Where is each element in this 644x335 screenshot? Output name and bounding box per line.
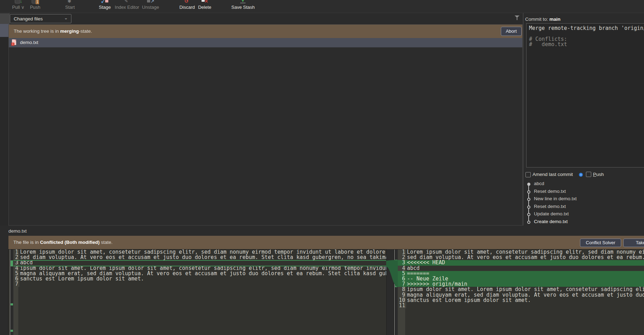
commit-subject: Create demo.txt: [534, 219, 568, 224]
branch-name: main: [549, 17, 561, 22]
commit-subject: New line in demo.txt: [534, 196, 577, 201]
line-text: magna aliquyam erat, sed diam voluptua. …: [406, 292, 644, 298]
line-text: Lorem ipsum dolor sit amet, consetetur s…: [19, 249, 385, 255]
diff-line: 5=======: [398, 271, 644, 276]
diff-line: 7>>>>>>> origin/main: [398, 282, 644, 287]
changed-files-dropdown[interactable]: Changed files ⌄: [10, 14, 71, 23]
push-checkbox[interactable]: [586, 172, 591, 177]
line-number: 3: [13, 260, 19, 265]
diff-line: 7: [13, 282, 386, 287]
push-icon: 1: [31, 0, 39, 4]
toolbar-item-label: Push: [30, 5, 40, 10]
abort-button[interactable]: Abort: [501, 27, 522, 36]
diff-line: 8ipsum dolor sit amet. Lorem ipsum dolor…: [398, 287, 644, 292]
line-number: 2: [13, 255, 19, 260]
commit-graph-node-icon: [527, 213, 530, 216]
toolbar-item-label: Start: [65, 5, 75, 10]
diff-line: 4abcd: [398, 266, 644, 271]
line-text: sed diam voluptua. At vero eos et accusa…: [19, 255, 386, 260]
commit-message-line: Merge remote-tracking branch 'origin/m: [529, 26, 644, 31]
line-number: 10: [398, 298, 406, 303]
commit-message-editor[interactable]: Merge remote-tracking branch 'origin/m #…: [526, 23, 644, 168]
diff-pane-head[interactable]: 1Lorem ipsum dolor sit amet, consetetur …: [394, 249, 644, 335]
line-number: 2: [398, 255, 406, 260]
toolbar-item-label: Save Stash: [231, 5, 255, 10]
take-ours-button[interactable]: Take Ou: [623, 239, 644, 247]
commit-history-item[interactable]: abcd: [524, 180, 640, 188]
line-text: sed diam voluptua. At vero eos et accusa…: [406, 255, 644, 260]
chevron-down-icon: ⌄: [64, 15, 68, 20]
commit-subject: Reset demo.txt: [534, 189, 566, 194]
line-number: 8: [398, 287, 406, 292]
commit-subject: Reset demo.txt: [534, 204, 566, 209]
changed-files-panel: The working tree is in merging-state. Ab…: [8, 24, 523, 226]
commit-graph-node-icon: [527, 190, 530, 194]
line-number: 9: [398, 292, 406, 298]
commit-graph-node-icon: [527, 183, 530, 186]
push-checkbox-label: Push: [593, 172, 604, 177]
diff-line: 6-- Neue Zeile: [398, 276, 644, 282]
line-text: abcd: [19, 260, 33, 265]
line-text: [406, 303, 407, 308]
line-text: >>>>>>> origin/main: [406, 282, 467, 287]
toolbar-item-label: Unstage: [142, 5, 159, 10]
change-marker: [11, 330, 13, 332]
filter-funnel-icon[interactable]: [515, 15, 519, 20]
commit-subject: Update demo.txt: [534, 211, 569, 216]
save-stash-icon: [239, 0, 247, 4]
diff-pane-working-tree[interactable]: 1Lorem ipsum dolor sit amet, consetetur …: [8, 249, 386, 335]
line-text: sanctus est Lorem ipsum dolor sit amet.: [19, 276, 144, 282]
change-marker: [11, 260, 13, 266]
conflicted-state-banner: The file is in Conflicted (Both modified…: [8, 236, 644, 249]
delete-icon: [201, 0, 209, 4]
line-text: magna aliquyam erat, sed diam voluptua. …: [19, 271, 386, 276]
diff-line: 3<<<<<<< HEAD: [398, 260, 644, 265]
commit-graph-node-icon: [527, 206, 530, 209]
commit-subject: abcd: [534, 181, 544, 186]
left-strip-segment-active: [0, 24, 9, 37]
panel-divider: [523, 13, 523, 226]
commit-to-label: Commit to: main: [525, 17, 561, 22]
merging-state-text: The working tree is in merging-state.: [14, 29, 92, 34]
commit-history-item[interactable]: Update demo.txt: [524, 210, 640, 218]
diff-line: 3abcd: [13, 260, 386, 265]
diff-line: 5magna aliquyam erat, sed diam voluptua.…: [13, 271, 386, 276]
diff-line: 10sanctus est Lorem ipsum dolor sit amet…: [398, 298, 644, 303]
line-text: <<<<<<< HEAD: [406, 260, 445, 265]
line-text: [19, 282, 20, 287]
diff-line: 1Lorem ipsum dolor sit amet, consetetur …: [13, 249, 386, 255]
changed-files-dropdown-label: Changed files: [14, 16, 43, 21]
discard-icon: [183, 0, 191, 4]
amend-last-commit-label: Amend last commit: [533, 172, 573, 177]
commit-graph-node-icon: [527, 198, 530, 201]
push-count-badge: 1: [36, 0, 39, 4]
commit-graph-node-icon: [527, 221, 530, 224]
git-client-window: Pull ∨1PushStartStageIndex EditorUnstage…: [0, 0, 644, 335]
toolbar-item-label: Pull ∨: [12, 5, 25, 10]
amend-last-commit-checkbox[interactable]: [525, 172, 531, 177]
commit-message-comments: # Conflicts: # demo.txt: [529, 37, 567, 47]
commit-history-item[interactable]: Reset demo.txt: [524, 188, 640, 196]
info-icon: i: [579, 173, 583, 177]
main-toolbar: Pull ∨1PushStartStageIndex EditorUnstage…: [0, 0, 644, 13]
line-number: 7: [398, 282, 406, 287]
line-number: 3: [398, 260, 406, 265]
file-row-demo-txt[interactable]: demo.txt: [9, 38, 522, 48]
diff-file-label: demo.txt: [8, 228, 27, 234]
commit-history-item[interactable]: New line in demo.txt: [524, 195, 640, 203]
commit-history-item[interactable]: Create demo.txt: [524, 218, 640, 226]
conflicted-file-icon: [12, 39, 16, 45]
diff-lines-left: 1Lorem ipsum dolor sit amet, consetetur …: [13, 249, 386, 287]
left-strip-segment-top: [0, 13, 9, 24]
line-number: 1: [13, 249, 19, 255]
diff-line: 6sanctus est Lorem ipsum dolor sit amet.: [13, 276, 386, 282]
commit-history-item[interactable]: Reset demo.txt: [524, 203, 640, 211]
merging-state-banner: The working tree is in merging-state. Ab…: [9, 25, 522, 38]
line-number: 11: [398, 303, 406, 308]
left-edge-strip: [0, 13, 9, 226]
unstage-icon: [147, 0, 154, 4]
line-text: -- Neue Zeile: [406, 276, 448, 282]
change-marker: [11, 303, 13, 305]
line-number: 5: [13, 271, 19, 276]
conflict-solver-button[interactable]: Conflict Solver: [580, 239, 621, 247]
